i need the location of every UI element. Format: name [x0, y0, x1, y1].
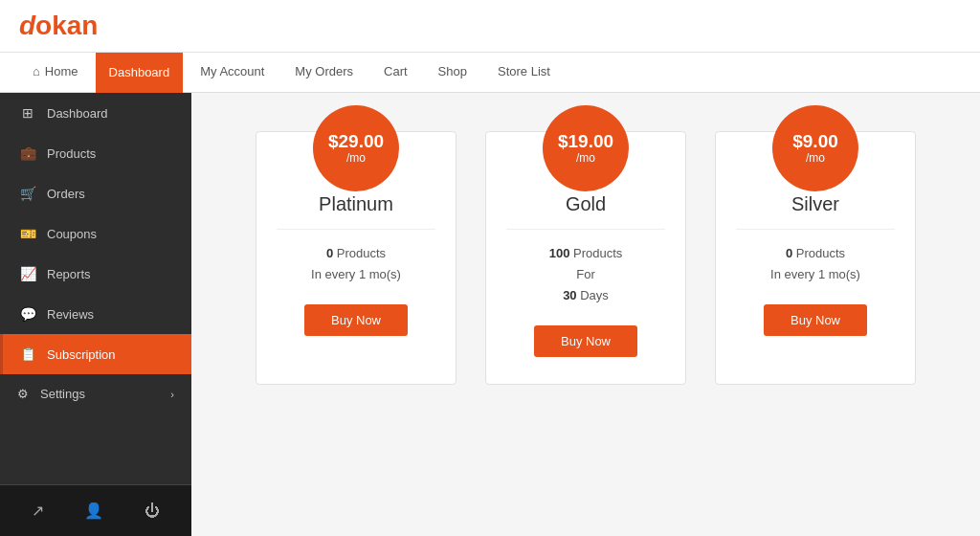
sidebar-bottom-bar: ↗ 👤 ⏻	[0, 484, 191, 536]
dashboard-icon: ⊞	[20, 105, 35, 121]
gold-desc: 100 Products For 30 Days	[549, 243, 623, 306]
nav-shop-label: Shop	[438, 64, 467, 78]
silver-per-mo: /mo	[806, 151, 825, 165]
logo-text: okan	[35, 11, 98, 40]
power-icon[interactable]: ⏻	[140, 498, 165, 525]
sidebar-item-reviews[interactable]: 💬 Reviews	[0, 294, 191, 334]
gold-divider	[506, 229, 665, 230]
sidebar-item-coupons[interactable]: 🎫 Coupons	[0, 213, 191, 254]
platinum-name: Platinum	[319, 193, 393, 215]
plan-badge-gold: $19.00 /mo	[543, 105, 629, 191]
plan-badge-silver: $9.00 /mo	[772, 105, 858, 191]
plan-card-platinum: $29.00 /mo Platinum 0 Products In every …	[256, 131, 457, 385]
products-icon: 💼	[20, 145, 35, 161]
header: dokan	[0, 0, 980, 53]
silver-products-label: Products	[796, 246, 845, 260]
platinum-count: 0	[326, 246, 333, 260]
silver-buy-button[interactable]: Buy Now	[764, 304, 867, 336]
nav-my-orders-label: My Orders	[295, 64, 353, 78]
gold-days: 30	[563, 288, 576, 302]
nav-cart-label: Cart	[384, 64, 408, 78]
sidebar-item-orders[interactable]: 🛒 Orders	[0, 173, 191, 213]
sidebar-item-dashboard[interactable]: ⊞ Dashboard	[0, 93, 191, 133]
gold-products-label: Products	[573, 246, 622, 260]
gold-for-label: For	[576, 267, 595, 281]
external-link-icon[interactable]: ↗	[27, 497, 49, 525]
platinum-price: $29.00	[328, 132, 384, 152]
top-nav: ⌂ Home Dashboard My Account My Orders Ca…	[0, 53, 980, 93]
gold-price: $19.00	[558, 132, 613, 152]
nav-store-list-label: Store List	[498, 64, 550, 78]
logo: dokan	[19, 11, 98, 41]
gold-per-mo: /mo	[576, 151, 595, 165]
nav-store-list[interactable]: Store List	[484, 53, 564, 93]
silver-desc: 0 Products In every 1 mo(s)	[770, 243, 860, 285]
gold-name: Gold	[566, 193, 606, 215]
sidebar-settings-label: Settings	[40, 387, 85, 401]
main-content: $29.00 /mo Platinum 0 Products In every …	[191, 93, 980, 536]
home-icon: ⌂	[33, 64, 40, 78]
nav-my-account-label: My Account	[200, 64, 264, 78]
platinum-products-label: Products	[337, 246, 386, 260]
silver-interval: In every 1 mo(s)	[770, 267, 860, 281]
reviews-icon: 💬	[20, 306, 35, 322]
reports-icon: 📈	[20, 266, 35, 281]
gold-count: 100	[549, 246, 570, 260]
sidebar-dashboard-label: Dashboard	[47, 106, 108, 121]
sidebar-item-subscription[interactable]: 📋 Subscription	[0, 334, 191, 374]
gold-days-unit: Days	[580, 288, 609, 302]
settings-icon: ⚙	[17, 387, 29, 401]
sidebar-reviews-label: Reviews	[47, 307, 94, 322]
orders-icon: 🛒	[20, 186, 35, 201]
platinum-desc: 0 Products In every 1 mo(s)	[311, 243, 401, 285]
sidebar-subscription-label: Subscription	[47, 347, 116, 362]
nav-dashboard[interactable]: Dashboard	[96, 53, 184, 93]
sidebar-item-reports[interactable]: 📈 Reports	[0, 254, 191, 294]
nav-cart[interactable]: Cart	[370, 53, 421, 93]
layout: ⊞ Dashboard 💼 Products 🛒 Orders 🎫 Coupon…	[0, 93, 980, 536]
platinum-divider	[277, 229, 435, 230]
platinum-interval: In every 1 mo(s)	[311, 267, 401, 281]
plan-card-gold: $19.00 /mo Gold 100 Products For 30 Days…	[485, 131, 686, 385]
platinum-per-mo: /mo	[346, 151, 366, 165]
nav-home[interactable]: ⌂ Home	[19, 53, 92, 93]
nav-my-orders[interactable]: My Orders	[281, 53, 367, 93]
sidebar-coupons-label: Coupons	[47, 227, 97, 241]
silver-divider	[736, 229, 895, 230]
silver-price: $9.00	[792, 132, 838, 152]
plan-card-silver: $9.00 /mo Silver 0 Products In every 1 m…	[715, 131, 916, 385]
sidebar: ⊞ Dashboard 💼 Products 🛒 Orders 🎫 Coupon…	[0, 93, 191, 536]
plans-grid: $29.00 /mo Platinum 0 Products In every …	[230, 131, 942, 385]
platinum-buy-button[interactable]: Buy Now	[304, 304, 408, 336]
subscription-icon: 📋	[20, 346, 35, 362]
sidebar-item-products[interactable]: 💼 Products	[0, 133, 191, 173]
logo-d: d	[19, 11, 35, 40]
nav-dashboard-label: Dashboard	[109, 65, 170, 79]
user-icon[interactable]: 👤	[79, 497, 108, 525]
silver-count: 0	[786, 246, 792, 260]
plan-badge-platinum: $29.00 /mo	[313, 105, 399, 191]
silver-name: Silver	[791, 193, 839, 215]
gold-buy-button[interactable]: Buy Now	[534, 325, 637, 357]
coupons-icon: 🎫	[20, 226, 35, 241]
nav-shop[interactable]: Shop	[425, 53, 480, 93]
nav-home-label: Home	[45, 64, 78, 78]
sidebar-orders-label: Orders	[47, 187, 85, 201]
nav-my-account[interactable]: My Account	[187, 53, 278, 93]
settings-chevron-icon: ›	[170, 389, 174, 400]
sidebar-reports-label: Reports	[47, 267, 91, 281]
sidebar-products-label: Products	[47, 146, 96, 161]
sidebar-item-settings[interactable]: ⚙ Settings ›	[0, 374, 191, 413]
